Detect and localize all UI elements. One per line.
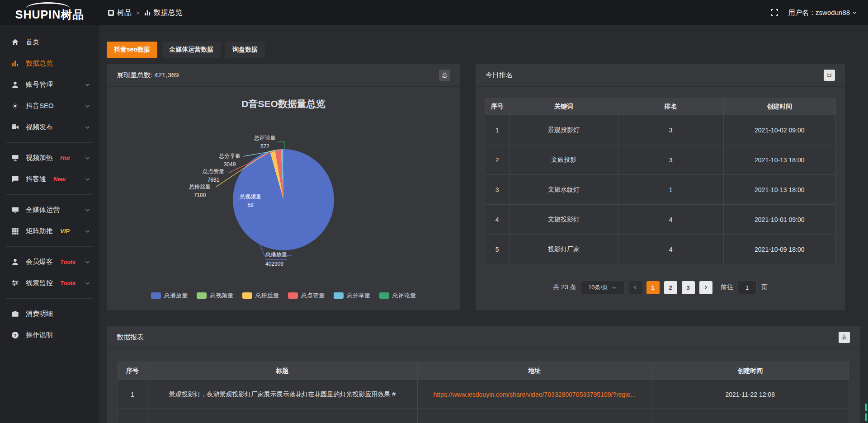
grid-icon: [11, 227, 19, 235]
sidebar-item-会员爆客[interactable]: 会员爆客Tools: [0, 251, 99, 273]
chevron-down-icon: [85, 155, 90, 161]
sidebar-item-视频发布[interactable]: 视频发布: [0, 117, 99, 138]
legend-swatch: [197, 292, 207, 299]
next-page-button[interactable]: [699, 281, 712, 294]
table-row: 5投影灯厂家42021-10-09 18:00: [485, 235, 836, 264]
tab-询盘数据[interactable]: 询盘数据: [225, 42, 265, 58]
chevron-down-icon: [85, 228, 90, 234]
tab-全媒体运营数据[interactable]: 全媒体运营数据: [162, 42, 221, 58]
tab-抖音seo数据[interactable]: 抖音seo数据: [107, 42, 157, 58]
legend-label: 总点赞量: [301, 291, 325, 300]
page-suffix-label: 页: [761, 283, 768, 291]
title-cell: 景观投影灯，夜游景观投影灯厂家展示展示落花灯在花园里的灯光投影应用效果 #: [147, 380, 417, 409]
table-cell: 2: [485, 145, 509, 175]
table-row: 1景观投影灯32021-10-02 09:00: [485, 115, 836, 145]
sidebar-item-badge: Tools: [60, 258, 75, 265]
top-header: SHUPIN树品 树品 > 数据总览 用户名：zswodun88: [0, 0, 868, 25]
chevron-down-icon: [852, 10, 857, 15]
table-header-row: 序号标题地址创建时间: [118, 362, 849, 380]
user-icon: [11, 80, 19, 89]
pagination: 共 23 条 10条/页 123 前往 页: [485, 281, 836, 294]
report-mode-button[interactable]: 表: [839, 332, 850, 343]
svg-text:?: ?: [14, 333, 17, 338]
sidebar-item-label: 视频加热: [26, 154, 53, 162]
table-cell: 景观投影灯: [509, 115, 618, 145]
column-header: 序号: [118, 362, 147, 380]
ranking-mode-button[interactable]: 日: [824, 70, 835, 81]
sidebar-item-badge: New: [53, 176, 66, 183]
report-table: 序号标题地址创建时间1景观投影灯，夜游景观投影灯厂家展示展示落花灯在花园里的灯光…: [118, 362, 849, 423]
page-button-1[interactable]: 1: [646, 281, 660, 294]
callout-likes: 总点赞量7681: [203, 167, 224, 184]
sidebar-item-label: 首页: [26, 38, 39, 47]
sidebar-item-label: 全媒体运营: [26, 206, 60, 214]
logo-arc: [26, 2, 70, 14]
callout-plays: 总播放量402909: [265, 250, 287, 268]
scrollbar-ticks[interactable]: [865, 404, 867, 423]
sidebar-item-操作说明[interactable]: ?操作说明: [0, 324, 99, 346]
column-header: 排名: [618, 98, 723, 115]
sidebar-item-抖客通[interactable]: 抖客通New: [0, 169, 99, 190]
chevron-down-icon: [85, 259, 90, 265]
sidebar-item-抖音SEO[interactable]: 抖音SEO: [0, 95, 99, 117]
prev-page-button[interactable]: [629, 281, 642, 294]
table-cell: 4: [618, 235, 723, 264]
chevron-down-icon: [85, 280, 90, 286]
sidebar-item-badge: VIP: [60, 228, 70, 235]
sidebar-item-线索监控[interactable]: 线索监控Tools: [0, 273, 99, 294]
page-size-select[interactable]: 10条/页: [581, 281, 624, 294]
report-panel-title: 数据报表: [117, 333, 144, 342]
sidebar-item-label: 消费明细: [26, 310, 53, 318]
page-button-2[interactable]: 2: [664, 281, 677, 294]
legend-item-总分享量[interactable]: 总分享量: [334, 291, 370, 300]
table-row-empty: [118, 409, 849, 423]
chevron-right-icon: [703, 285, 708, 290]
bar-chart-icon: [144, 9, 151, 16]
sidebar-item-label: 操作说明: [26, 331, 53, 339]
sidebar-item-数据总览[interactable]: 数据总览: [0, 53, 99, 74]
board-icon: [11, 154, 19, 162]
legend-item-总点赞量[interactable]: 总点赞量: [288, 291, 325, 300]
legend-item-总粉丝量[interactable]: 总粉丝量: [242, 291, 279, 300]
legend-item-总视频量[interactable]: 总视频量: [197, 291, 233, 300]
legend-label: 总视频量: [210, 291, 233, 300]
table-cell: 4: [485, 205, 509, 235]
user-menu[interactable]: 用户名：zswodun88: [788, 9, 857, 17]
sidebar-item-首页[interactable]: 首页: [0, 32, 99, 53]
page-button-3[interactable]: 3: [682, 281, 695, 294]
breadcrumb: 树品 > 数据总览: [108, 8, 183, 18]
table-cell: 投影灯厂家: [509, 235, 618, 264]
sidebar-item-消费明细[interactable]: 消费明细: [0, 303, 99, 324]
sliders-icon: [11, 279, 19, 287]
chevron-down-icon: [612, 285, 617, 290]
legend-label: 总分享量: [347, 291, 370, 300]
breadcrumb-root[interactable]: 树品: [108, 8, 132, 18]
seo-overview-panel: 展现量总数: 421,369 总 D音SEO数据量总览 总评论量572 总分享量…: [107, 64, 460, 310]
row-index-cell: 1: [118, 380, 147, 409]
breadcrumb-current[interactable]: 数据总览: [144, 8, 183, 18]
sidebar-item-badge: Hot: [60, 155, 70, 161]
sidebar-item-视频加热[interactable]: 视频加热Hot: [0, 147, 99, 169]
main-content: 抖音seo数据全媒体运营数据询盘数据 展现量总数: 421,369 总 D音SE…: [99, 25, 868, 423]
fullscreen-icon[interactable]: [770, 9, 778, 17]
square-logo-icon: [108, 9, 114, 16]
table-row: 2文旅投影32021-10-13 18:00: [485, 145, 836, 175]
callout-shares: 总分享量3049: [219, 152, 241, 169]
data-source-tabs: 抖音seo数据全媒体运营数据询盘数据: [107, 42, 860, 58]
sidebar-divider: [6, 246, 93, 247]
sidebar-item-矩阵助推[interactable]: 矩阵助推VIP: [0, 221, 99, 242]
question-icon: ?: [11, 331, 19, 339]
video-url-link[interactable]: https://www.iesdouyin.com/share/video/70…: [433, 391, 636, 398]
goto-label: 前往: [721, 283, 733, 291]
monitor-icon: [11, 206, 19, 214]
legend-item-总评论量[interactable]: 总评论量: [379, 291, 416, 300]
column-header: 创建时间: [723, 98, 835, 115]
sidebar-item-账号管理[interactable]: 账号管理: [0, 74, 99, 95]
sidebar-item-全媒体运营[interactable]: 全媒体运营: [0, 199, 99, 221]
sidebar-item-label: 会员爆客: [26, 258, 53, 266]
chart-mode-button[interactable]: 总: [439, 70, 450, 81]
sidebar-divider: [6, 142, 93, 143]
video-icon: [11, 123, 19, 132]
goto-page-input[interactable]: [738, 281, 757, 294]
legend-item-总播放量[interactable]: 总播放量: [151, 291, 188, 300]
